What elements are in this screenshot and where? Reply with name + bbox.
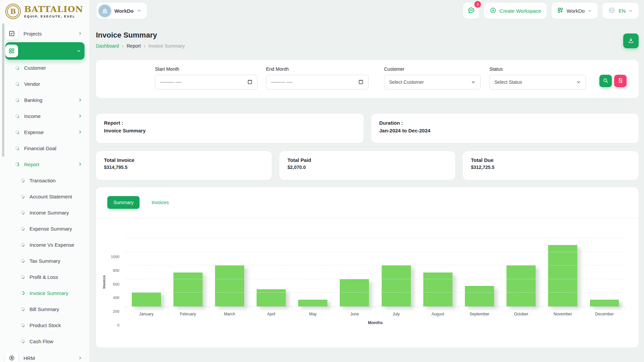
search-button[interactable] (599, 75, 612, 87)
x-axis-labels: JanuaryFebruaryMarchAprilMayJuneJulyAugu… (125, 312, 625, 316)
chevron-right-icon (78, 356, 85, 360)
x-tick-label: November (542, 312, 584, 316)
search-icon (603, 78, 608, 84)
x-tick-label: September (459, 312, 500, 316)
x-axis-tick-mark (375, 307, 376, 309)
bullet-icon (20, 306, 25, 312)
workspace-switcher[interactable]: WorkDo (97, 3, 147, 19)
sidebar-item-income-vs-expense[interactable]: Income Vs Expense (5, 237, 85, 253)
grid-plus-icon (557, 7, 564, 14)
bullet-icon (20, 210, 25, 215)
y-tick-label: 800 (113, 268, 119, 273)
sidebar-item-expense[interactable]: Expense (5, 124, 85, 140)
report-label: Report : (104, 120, 356, 126)
chat-icon (467, 6, 475, 15)
bullet-icon (20, 194, 25, 199)
x-tick-label: February (167, 312, 209, 316)
x-axis-tick-mark (292, 307, 292, 309)
bar-column-february (167, 238, 209, 306)
sidebar-item-bill-summary[interactable]: Bill Summary (5, 301, 85, 317)
total-due-label: Total Due (471, 157, 631, 163)
workdo-menu-button[interactable]: WorkDo (551, 3, 598, 19)
tab-summary[interactable]: Summary (107, 196, 140, 209)
language-button[interactable]: EN (602, 3, 639, 19)
language-label: EN (619, 8, 626, 14)
chart-tabs: Summary Invoices (96, 196, 639, 209)
download-button[interactable] (623, 34, 639, 48)
sidebar-item-label: Cash Flow (30, 339, 53, 344)
x-tick-label: March (209, 312, 250, 316)
building-icon (99, 5, 111, 17)
sidebar-item-banking[interactable]: Banking (5, 92, 85, 108)
chevron-down-icon (76, 49, 83, 53)
sidebar-item-label: Projects (23, 31, 42, 37)
gridline-800 (125, 252, 625, 252)
bar-column-september (459, 238, 500, 306)
status-label: Status (489, 66, 586, 72)
bar-column-november (542, 238, 584, 306)
sidebar-item-cash-flow[interactable]: Cash Flow (5, 333, 85, 349)
start-month-input[interactable]: --------- ---- (155, 75, 258, 89)
messages-button[interactable]: 0 (463, 3, 479, 19)
sidebar-item-profit-loss[interactable]: Profit & Loss (5, 269, 85, 285)
sidebar-item-report[interactable]: Report (5, 156, 85, 172)
sidebar-item-label: Income Vs Expense (30, 242, 74, 248)
bar-column-october (500, 238, 542, 306)
bar-column-january (125, 238, 167, 306)
report-value: Invoice Summary (104, 128, 356, 133)
bullet-icon (20, 339, 25, 344)
sidebar-item-tax-summary[interactable]: Tax Summary (5, 253, 85, 269)
customer-select[interactable]: Select Customer (384, 75, 481, 89)
sidebar-item-income-summary[interactable]: Income Summary (5, 204, 85, 221)
brand-logo[interactable]: B BATTALION EQUIP, EXECUTE, EXEL (0, 0, 89, 22)
bar-september (465, 286, 494, 306)
sidebar-item-label: Profit & Loss (30, 274, 58, 280)
breadcrumb-current: Invoice Summary (149, 43, 185, 49)
calendar-icon (358, 79, 364, 85)
sidebar-item-invoice-summary[interactable]: Invoice Summary (5, 285, 85, 301)
sidebar-item-projects[interactable]: Projects (5, 25, 85, 42)
status-select[interactable]: Select Status (489, 75, 586, 89)
x-tick-label: July (375, 312, 417, 316)
bar-column-december (584, 238, 625, 306)
brand-tagline: EQUIP, EXECUTE, EXEL (24, 14, 83, 18)
x-tick-label: April (251, 312, 292, 316)
sidebar-item-label: Invoice Summary (30, 290, 68, 296)
create-workspace-button[interactable]: Create Workspace (484, 3, 547, 19)
bar-february (173, 273, 203, 307)
brand-name: BATTALION (24, 5, 83, 13)
x-tick-label: June (334, 312, 375, 316)
sidebar-item-accounting[interactable]: Accounting (5, 42, 85, 60)
bar-december (590, 300, 619, 306)
breadcrumb-dashboard[interactable]: Dashboard (96, 43, 119, 49)
bullet-icon (15, 129, 20, 135)
workdo-menu-label: WorkDo (567, 8, 585, 14)
end-month-input[interactable]: --------- ---- (266, 75, 369, 89)
bar-column-august (417, 238, 459, 306)
gridline-600 (125, 265, 625, 265)
sidebar-item-hrm[interactable]: HRM (5, 349, 85, 362)
sidebar-item-transaction[interactable]: Transaction (5, 172, 85, 188)
reset-filter-button[interactable] (614, 75, 627, 87)
file-slash-icon (618, 78, 623, 84)
sidebar-item-product-stock[interactable]: Product Stock (5, 317, 85, 333)
sidebar-scrollbar[interactable] (2, 23, 4, 157)
sidebar-item-vendor[interactable]: Vendor (5, 76, 85, 92)
sidebar-item-label: Banking (24, 97, 42, 103)
bar-august (423, 273, 452, 307)
download-icon (628, 37, 634, 45)
sidebar-item-financial-goal[interactable]: Financial Goal (5, 140, 85, 156)
sidebar-nav: ProjectsAccountingCustomerVendorBankingI… (0, 22, 89, 362)
bullet-icon (20, 290, 25, 296)
sidebar-item-income[interactable]: Income (5, 108, 85, 124)
sidebar-item-customer[interactable]: Customer (5, 60, 85, 76)
sidebar-item-label: Customer (24, 65, 46, 71)
bullet-icon (20, 226, 25, 231)
brand-badge-letter: B (7, 5, 19, 17)
tab-invoices[interactable]: Invoices (146, 196, 175, 209)
x-tick-label: December (584, 312, 625, 316)
gridline-200 (125, 292, 625, 293)
sidebar-item-expense-summary[interactable]: Expense Summary (5, 221, 85, 237)
sidebar-item-account-statement[interactable]: Account Statement (5, 188, 85, 204)
x-tick-label: May (292, 312, 334, 316)
